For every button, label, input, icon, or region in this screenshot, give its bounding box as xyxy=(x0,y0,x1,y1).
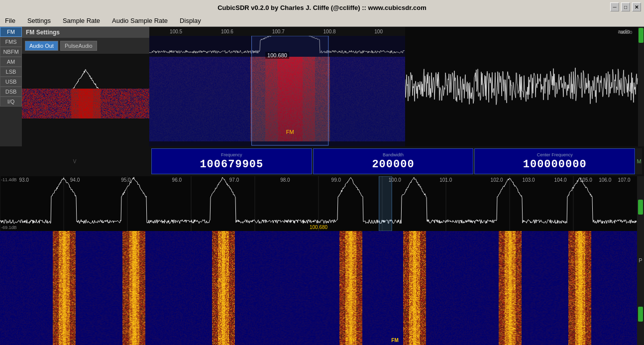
zoom-freq-label-5: 100 xyxy=(374,29,383,34)
db-label-bottom: -69.1dB xyxy=(1,225,17,230)
center-spectrum[interactable]: 100.5 100.6 100.7 100.8 100 100.680 xyxy=(149,27,405,146)
menu-settings[interactable]: Settings xyxy=(24,16,54,25)
maximize-button[interactable]: □ xyxy=(621,2,630,11)
spec-freq-970: 97.0 xyxy=(229,177,239,183)
bandwidth-value[interactable]: 200000 xyxy=(372,158,414,171)
mode-lsb[interactable]: LSB xyxy=(0,67,22,77)
title-bar: CubicSDR v0.2.0 by Charles J. Cliffe (@c… xyxy=(0,0,644,15)
mode-iq[interactable]: I/Q xyxy=(0,97,22,107)
spec-freq-1030: 103.0 xyxy=(523,177,535,183)
spec-freq-940: 94.0 xyxy=(70,177,80,183)
zoom-freq-label-4: 100.8 xyxy=(323,29,336,34)
spec-freq-950: 95.0 xyxy=(121,177,130,183)
frequency-box[interactable]: Frequency 100679905 xyxy=(151,148,312,174)
frequency-value[interactable]: 100679905 xyxy=(200,158,263,171)
right-p-label[interactable]: P xyxy=(639,257,642,263)
spec-freq-1070: 107.0 xyxy=(618,177,631,183)
waterfall-canvas-full xyxy=(0,231,637,345)
spectrum-scrollbar-thumb[interactable] xyxy=(638,200,643,215)
spectrum-center-label: 100.680 xyxy=(310,225,327,230)
audio-scrollbar-thumb[interactable] xyxy=(639,28,644,43)
fm-settings-panel: FM Settings Audio Out PulseAudio xyxy=(22,27,149,146)
main-layout: FM FMS NBFM AM LSB USB DSB I/Q FM Settin… xyxy=(0,27,644,345)
menu-bar: File Settings Sample Rate Audio Sample R… xyxy=(0,15,644,27)
zoom-freq-label-2: 100.6 xyxy=(221,29,233,34)
frequency-displays: Frequency 100679905 Bandwidth 200000 Cen… xyxy=(149,146,644,176)
frequency-label: Frequency xyxy=(221,152,242,157)
center-freq-label: Center Frequency xyxy=(537,152,573,157)
close-button[interactable]: ✕ xyxy=(632,2,641,11)
audio-waveform: audio xyxy=(405,27,638,146)
mode-fms[interactable]: FMS xyxy=(0,37,22,47)
spectrum-canvas-full xyxy=(0,176,637,231)
spectrum-row[interactable]: -11.4dB -69.1dB 100.680 93.0 94.0 95.0 9… xyxy=(0,176,637,231)
mode-fm[interactable]: FM xyxy=(0,27,22,37)
window-controls: ─ □ ✕ xyxy=(610,2,641,11)
window-title: CubicSDR v0.2.0 by Charles J. Cliffe (@c… xyxy=(217,4,427,11)
zoom-freq-label-1: 100.5 xyxy=(170,29,182,34)
audio-panel: audio xyxy=(405,27,644,146)
bandwidth-box[interactable]: Bandwidth 200000 xyxy=(313,148,474,174)
zoom-center-freq-label: 100.680 xyxy=(265,52,289,59)
zoom-freq-label-3: 100.7 xyxy=(272,29,285,34)
demod-canvas xyxy=(22,54,149,123)
spec-freq-1040: 104.0 xyxy=(554,177,567,183)
mode-usb[interactable]: USB xyxy=(0,77,22,87)
freq-m-label[interactable]: M xyxy=(637,158,641,164)
audio-scrollbar[interactable] xyxy=(638,27,644,146)
db-label-top: -11.4dB xyxy=(1,177,17,182)
freq-scrollbar[interactable]: M xyxy=(636,148,642,174)
fm-settings-title: FM Settings xyxy=(22,27,149,38)
waterfall-scrollbar-thumb[interactable] xyxy=(638,307,643,322)
mode-selector: FM FMS NBFM AM LSB USB DSB I/Q xyxy=(0,27,22,146)
bottom-row: -11.4dB -69.1dB 100.680 93.0 94.0 95.0 9… xyxy=(0,176,644,345)
spec-freq-990: 99.0 xyxy=(331,177,341,183)
audio-canvas xyxy=(405,27,638,146)
audio-tabs: Audio Out PulseAudio xyxy=(22,38,149,54)
zoom-freq-axis: 100.5 100.6 100.7 100.8 100 xyxy=(149,27,405,36)
audio-label: audio xyxy=(618,29,630,34)
frequency-display-row: V Frequency 100679905 Bandwidth 200000 C… xyxy=(0,146,644,176)
spec-freq-980: 98.0 xyxy=(280,177,290,183)
spec-freq-960: 96.0 xyxy=(172,177,182,183)
menu-file[interactable]: File xyxy=(2,16,18,25)
center-freq-value[interactable]: 100000000 xyxy=(523,158,587,171)
mode-dsb[interactable]: DSB xyxy=(0,87,22,97)
center-freq-box[interactable]: Center Frequency 100000000 xyxy=(474,148,635,174)
spec-freq-1060: 106.0 xyxy=(599,177,611,183)
minimize-button[interactable]: ─ xyxy=(610,2,619,11)
right-side-labels: P xyxy=(637,176,644,345)
bandwidth-label: Bandwidth xyxy=(383,152,404,157)
spec-freq-1020: 102.0 xyxy=(491,177,503,183)
bottom-waterfall[interactable]: FM xyxy=(0,231,637,345)
spec-freq-930: 93.0 xyxy=(19,177,28,183)
bottom-spectrum-container: -11.4dB -69.1dB 100.680 93.0 94.0 95.0 9… xyxy=(0,176,637,345)
pulse-audio-tab[interactable]: PulseAudio xyxy=(60,41,97,51)
left-panel: FM FMS NBFM AM LSB USB DSB I/Q FM Settin… xyxy=(0,27,149,146)
spec-freq-1010: 101.0 xyxy=(439,177,452,183)
menu-sample-rate[interactable]: Sample Rate xyxy=(60,16,103,25)
mode-am[interactable]: AM xyxy=(0,57,22,67)
zoom-waterfall-canvas xyxy=(149,27,405,146)
audio-out-tab[interactable]: Audio Out xyxy=(25,41,58,51)
demod-spectrum xyxy=(22,54,149,146)
spec-freq-1050: 105.0 xyxy=(580,177,592,183)
mode-nbfm[interactable]: NBFM xyxy=(0,47,22,57)
top-row: FM FMS NBFM AM LSB USB DSB I/Q FM Settin… xyxy=(0,27,644,146)
demod-spacer: V xyxy=(0,146,149,176)
menu-display[interactable]: Display xyxy=(177,16,204,25)
menu-audio-sample-rate[interactable]: Audio Sample Rate xyxy=(109,16,171,25)
waterfall-fm-label: FM xyxy=(391,338,398,343)
spec-freq-1000: 100.0 xyxy=(389,177,401,183)
